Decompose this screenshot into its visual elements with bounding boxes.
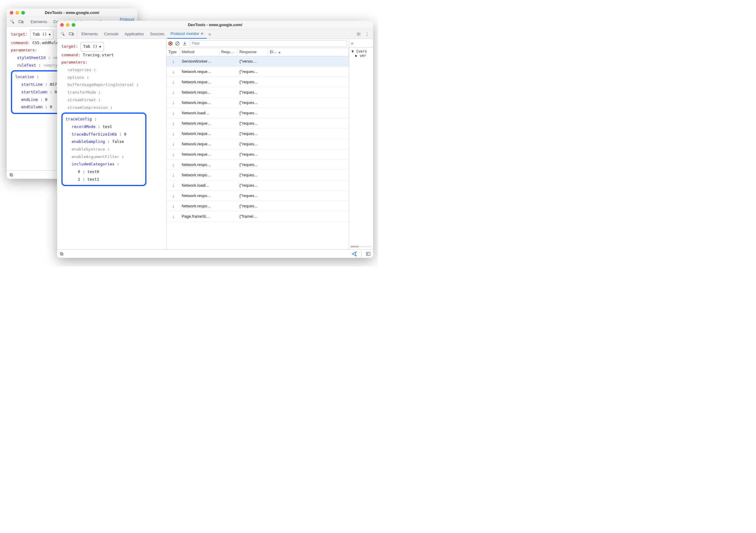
table-row[interactable]: ↓ServiceWorker…{"versio… [167,56,349,67]
kebab-menu-icon[interactable]: ⋮ [363,29,371,39]
command-editor: target: Tab ()▼ command: Tracing.start p… [57,39,167,249]
copy-icon[interactable] [9,173,14,177]
tab-application[interactable]: Application [122,29,147,39]
tab-sources[interactable]: Sources [147,29,168,39]
minimize-icon[interactable] [66,23,69,27]
bottom-bar [57,249,373,258]
table-row[interactable]: ↓Network.respo…{"reques… [167,191,349,201]
cell-method: ServiceWorker… [180,59,219,64]
table-row[interactable]: ↓Network.respo…{"reques… [167,87,349,98]
device-icon[interactable] [67,29,76,39]
table-row[interactable]: ↓Network.reque…{"reques… [167,77,349,87]
close-icon[interactable] [60,23,64,27]
target-select[interactable]: Tab ()▼ [81,42,104,51]
cell-response: {"reques… [238,100,268,105]
target-select[interactable]: Tab ()▼ [30,30,53,39]
param-row[interactable]: traceConfig : [66,116,142,123]
cell-method: Page.frameSt… [180,214,219,219]
arrow-down-icon: ↓ [167,79,180,85]
col-response[interactable]: Response [238,48,268,56]
cell-method: Network.respo… [180,90,219,95]
zoom-icon[interactable] [21,11,25,14]
param-row[interactable]: 1 : test1 [66,176,142,183]
table-row[interactable]: ↓Network.reque…{"reques… [167,149,349,160]
tab-elements[interactable]: Elements [28,17,50,26]
arrow-down-icon: ↓ [167,69,180,74]
table-header: Type Method Requ… Response El… ▲ [167,48,349,56]
cell-response: {"reques… [238,121,268,126]
window-title: DevTools - www.google.com/ [7,10,137,15]
param-row[interactable]: streamFormat : [61,97,162,104]
arrow-down-icon: ↓ [167,131,180,136]
table-row[interactable]: ↓Network.respo…{"reques… [167,98,349,108]
col-elapsed[interactable]: El… ▲ [268,48,349,56]
svg-rect-4 [11,174,13,176]
table-row[interactable]: ↓Page.frameSt…{"frameI… [167,211,349,222]
inspect-icon[interactable] [59,29,67,39]
param-row[interactable]: enableArgumentFilter : [66,153,142,161]
close-tab-icon[interactable]: ✕ [201,32,203,36]
inspect-icon[interactable] [9,17,17,26]
table-row[interactable]: ↓Network.loadi…{"reques… [167,180,349,191]
download-icon[interactable] [182,41,187,46]
traffic-lights[interactable] [60,23,75,27]
tab-protocol-monitor[interactable]: Protocol monitor✕ [167,29,207,39]
table-row[interactable]: ↓Network.reque…{"reques… [167,128,349,139]
param-row[interactable]: categories : [61,66,162,74]
param-row[interactable]: enableSampling : false [66,138,142,146]
cell-method: Network.reque… [180,142,219,146]
sidebar-tree: ▼ {vers ▶ ver [349,47,373,60]
param-row[interactable]: enableSystrace : [66,146,142,153]
filter-input[interactable]: Filter [190,40,347,47]
param-row[interactable]: includedCategories : [66,160,142,168]
cell-response: {"reques… [238,183,268,187]
scrollbar[interactable] [350,246,372,247]
settings-icon[interactable] [354,29,363,39]
table-row[interactable]: ↓Network.reque…{"reques… [167,139,349,149]
svg-rect-1 [19,20,22,22]
param-row[interactable]: options : [61,74,162,81]
table-row[interactable]: ↓Network.reque…{"reques… [167,67,349,77]
table-row[interactable]: ↓Network.respo…{"reques… [167,201,349,211]
arrow-down-icon: ↓ [167,59,180,64]
table-row[interactable]: ↓Network.respo…{"reques… [167,160,349,170]
param-row[interactable]: bufferUsageReportingInterval : [61,81,162,89]
clear-icon[interactable] [175,41,180,46]
cell-response: {"reques… [238,162,268,167]
table-row[interactable]: ↓Network.reque…{"reques… [167,118,349,128]
sort-icon: ▲ [278,50,281,54]
col-request[interactable]: Requ… [219,48,238,56]
col-method[interactable]: Method [180,48,219,56]
table-toolbar: Filter [167,39,349,48]
more-tabs-icon[interactable]: » [351,41,353,45]
titlebar: DevTools - www.google.com/ [7,9,137,17]
copy-icon[interactable] [60,252,64,256]
tree-node[interactable]: ▼ {vers [352,49,371,53]
param-row[interactable]: recordMode : test [66,123,142,131]
arrow-down-icon: ↓ [167,172,180,178]
close-icon[interactable] [10,11,14,14]
traffic-lights[interactable] [10,11,25,14]
svg-rect-6 [61,32,63,34]
zoom-icon[interactable] [72,23,75,27]
device-icon[interactable] [17,17,25,26]
minimize-icon[interactable] [15,11,19,14]
cell-response: {"reques… [238,173,268,177]
cell-response: {"frameI… [238,214,268,219]
tab-elements[interactable]: Elements [78,29,101,39]
tree-node[interactable]: ▶ ver [352,53,371,58]
tab-console[interactable]: Console [101,29,122,39]
table-row[interactable]: ↓Network.respo…{"reques… [167,170,349,180]
col-type[interactable]: Type [167,48,180,56]
panel-toggle-icon[interactable] [366,251,371,256]
param-row[interactable]: 0 : test0 [66,168,142,176]
more-tabs-icon[interactable]: » [207,29,213,39]
param-row[interactable]: traceBufferSizeInKb : 0 [66,131,142,138]
cell-method: Network.respo… [180,162,219,167]
param-row[interactable]: streamCompression : [61,104,162,112]
cell-method: Network.loadi… [180,111,219,115]
record-icon[interactable] [168,42,173,45]
send-icon[interactable] [352,251,357,257]
param-row[interactable]: transferMode : [61,89,162,97]
table-row[interactable]: ↓Network.loadi…{"reques… [167,108,349,118]
